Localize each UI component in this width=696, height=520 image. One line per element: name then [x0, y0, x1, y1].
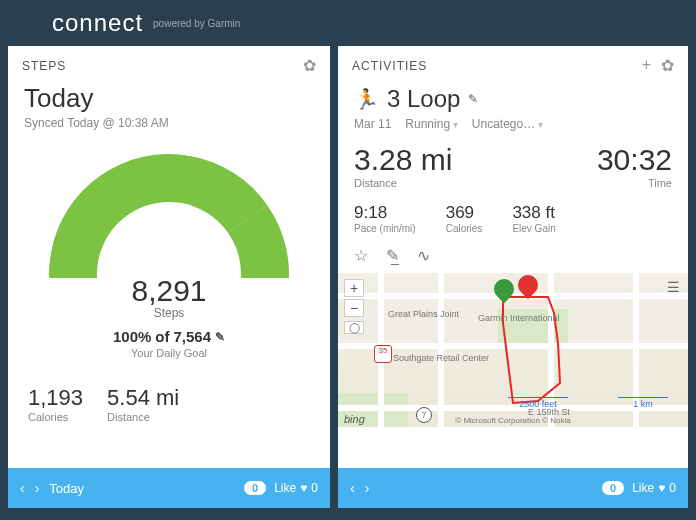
map-label: Great Plains Joint: [388, 309, 459, 319]
next-icon[interactable]: ›: [365, 480, 370, 496]
app-logo: connect: [52, 9, 143, 37]
steps-panel-header: STEPS ✿: [8, 46, 330, 81]
distance-value: 5.54 mi: [107, 385, 179, 411]
chart-icon[interactable]: ∿: [417, 246, 430, 265]
zoom-out-button[interactable]: −: [344, 299, 364, 317]
map-label: Southgate Retail Center: [393, 353, 489, 363]
running-icon: 🏃: [354, 87, 379, 111]
prev-icon[interactable]: ‹: [350, 480, 355, 496]
end-pin-icon: [518, 275, 538, 303]
map-label: Garmin International: [478, 313, 560, 323]
calories-label: Calories: [28, 411, 83, 423]
goal-of: of: [155, 328, 169, 345]
gear-icon[interactable]: ✿: [303, 56, 316, 75]
plus-icon[interactable]: +: [642, 56, 651, 75]
goal-subtext: Your Daily Goal: [24, 347, 314, 359]
map-scale-feet: 2500 feet: [508, 397, 568, 409]
activity-distance-label: Distance: [354, 177, 452, 189]
like-button[interactable]: Like ♥ 0: [632, 481, 676, 495]
activity-time-label: Time: [597, 177, 672, 189]
activities-footer: ‹ › 0 Like ♥ 0: [338, 468, 688, 508]
page-title: Today: [24, 83, 314, 114]
activity-toolbar: ☆ ✎̲ ∿: [354, 246, 672, 265]
locate-button[interactable]: ◯: [344, 321, 364, 334]
map-credits: © Microsoft Corporation © Nokia: [338, 416, 688, 425]
pencil-icon[interactable]: ✎: [215, 330, 225, 344]
pace-label: Pace (min/mi): [354, 223, 416, 234]
activity-type-dropdown[interactable]: Running: [405, 117, 457, 131]
activity-category-dropdown[interactable]: Uncatego…: [472, 117, 543, 131]
goal-target: 7,564: [174, 328, 212, 345]
prev-icon[interactable]: ‹: [20, 480, 25, 496]
activities-panel: ACTIVITIES + ✿ 🏃 3 Loop ✎ Mar 11 Running…: [338, 46, 688, 508]
steps-gauge: 8,291 Steps 100% of 7,564 ✎ Your Daily G…: [24, 148, 314, 359]
steps-footer: ‹ › Today 0 Like ♥ 0: [8, 468, 330, 508]
zoom-in-button[interactable]: +: [344, 279, 364, 297]
activity-calories-stat: 369 Calories: [446, 203, 483, 234]
comments-badge[interactable]: 0: [602, 481, 624, 495]
footer-label: Today: [49, 481, 84, 496]
powered-by-text: powered by Garmin: [153, 18, 240, 29]
steps-panel: STEPS ✿ Today Synced Today @ 10:38 AM 8,…: [8, 46, 330, 508]
next-icon[interactable]: ›: [35, 480, 40, 496]
activities-panel-header: ACTIVITIES + ✿: [338, 46, 688, 81]
activity-calories-label: Calories: [446, 223, 483, 234]
pace-stat: 9:18 Pace (min/mi): [354, 203, 416, 234]
distance-label: Distance: [107, 411, 179, 423]
steps-count: 8,291: [24, 274, 314, 308]
start-pin-icon: [494, 279, 514, 307]
interstate-shield-icon: 35: [374, 345, 392, 363]
star-icon[interactable]: ☆: [354, 246, 368, 265]
elev-label: Elev Gain: [512, 223, 555, 234]
steps-panel-title: STEPS: [22, 59, 66, 73]
activity-calories-value: 369: [446, 203, 483, 223]
layers-icon[interactable]: ☰: [667, 279, 680, 295]
pace-value: 9:18: [354, 203, 416, 223]
app-header: connect powered by Garmin: [0, 0, 696, 46]
elev-value: 338 ft: [512, 203, 555, 223]
heart-icon: ♥: [300, 481, 307, 495]
activity-time-stat: 30:32 Time: [597, 143, 672, 189]
activities-panel-title: ACTIVITIES: [352, 59, 427, 73]
synced-text: Synced Today @ 10:38 AM: [24, 116, 314, 130]
elev-stat: 338 ft Elev Gain: [512, 203, 555, 234]
activity-distance-value: 3.28 mi: [354, 143, 452, 177]
activity-time-value: 30:32: [597, 143, 672, 177]
like-button[interactable]: Like ♥ 0: [274, 481, 318, 495]
calories-stat: 1,193 Calories: [28, 385, 83, 423]
distance-stat: 5.54 mi Distance: [107, 385, 179, 423]
gear-icon[interactable]: ✿: [661, 56, 674, 75]
heart-icon: ♥: [658, 481, 665, 495]
activity-distance-stat: 3.28 mi Distance: [354, 143, 452, 189]
calories-value: 1,193: [28, 385, 83, 411]
comments-badge[interactable]: 0: [244, 481, 266, 495]
activity-date: Mar 11: [354, 117, 391, 131]
activity-name: 3 Loop: [387, 85, 460, 113]
activity-map[interactable]: Great Plains Joint Garmin International …: [338, 273, 688, 427]
steps-count-label: Steps: [24, 306, 314, 320]
map-scale-km: 1 km: [618, 397, 668, 409]
goal-percent: 100%: [113, 328, 151, 345]
edit-icon[interactable]: ✎̲: [386, 246, 399, 265]
pencil-icon[interactable]: ✎: [468, 92, 478, 106]
